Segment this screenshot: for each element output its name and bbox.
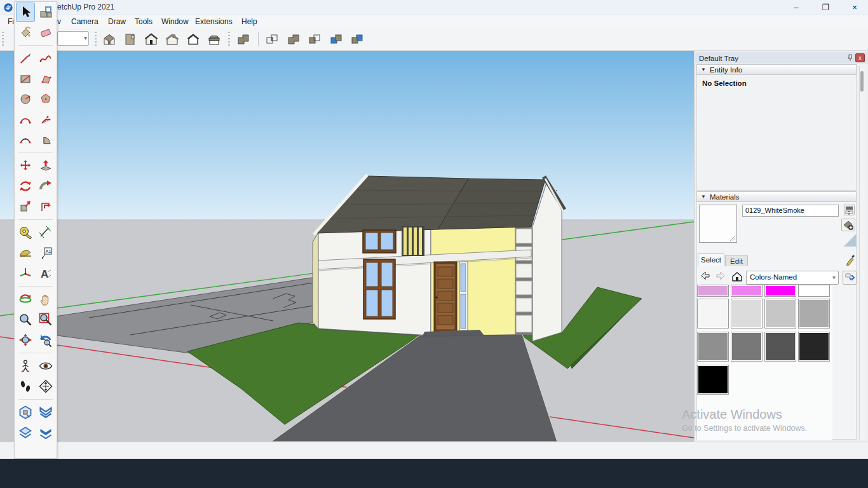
pin-icon[interactable] bbox=[846, 54, 854, 62]
material-swatch[interactable] bbox=[798, 332, 830, 362]
tool-move[interactable] bbox=[16, 156, 35, 175]
right-view-button[interactable] bbox=[163, 30, 182, 48]
toolbar-grip[interactable] bbox=[228, 32, 230, 47]
collapse-triangle-icon[interactable]: ▼ bbox=[701, 194, 706, 200]
tool-push-pull[interactable] bbox=[36, 156, 55, 175]
tray-scrollbar-thumb[interactable] bbox=[860, 71, 864, 92]
tool-two-point-arc[interactable] bbox=[36, 110, 55, 129]
sample-paint-dropper-icon[interactable] bbox=[845, 253, 855, 266]
tool-line[interactable] bbox=[16, 49, 35, 68]
tool-protractor[interactable] bbox=[16, 243, 35, 262]
material-swatch[interactable] bbox=[764, 332, 796, 362]
tool-zoom-window[interactable] bbox=[36, 310, 55, 329]
tool-scale[interactable] bbox=[16, 197, 35, 216]
backface-color-swatch[interactable] bbox=[843, 234, 857, 247]
style-combo[interactable]: ▾ bbox=[57, 31, 89, 46]
materials-collection-dropdown[interactable]: Colors-Named ▾ bbox=[746, 271, 839, 285]
material-swatch[interactable] bbox=[764, 299, 796, 329]
menu-draw[interactable]: Draw bbox=[105, 17, 128, 27]
tool-display-section-planes[interactable] bbox=[16, 423, 35, 442]
viewport-3d[interactable] bbox=[0, 51, 694, 442]
tool-3d-text[interactable]: A bbox=[36, 264, 55, 283]
trim-button[interactable] bbox=[327, 30, 346, 48]
toolbar-grip[interactable] bbox=[95, 32, 97, 47]
menu-camera[interactable]: Camera bbox=[69, 17, 101, 27]
tray-scrollbar[interactable] bbox=[859, 66, 865, 440]
material-swatch[interactable] bbox=[697, 285, 729, 297]
tool-pan[interactable] bbox=[36, 290, 55, 309]
tool-section-plane[interactable] bbox=[16, 403, 35, 422]
tool-previous[interactable] bbox=[36, 330, 55, 349]
material-swatch[interactable] bbox=[697, 299, 729, 329]
close-button[interactable]: × bbox=[845, 2, 864, 13]
tool-pie[interactable] bbox=[36, 130, 55, 149]
materials-tab-edit[interactable]: Edit bbox=[725, 255, 748, 266]
front-view-button[interactable] bbox=[142, 30, 161, 48]
tool-circle[interactable] bbox=[16, 90, 35, 109]
maximize-button[interactable]: ❐ bbox=[816, 2, 835, 13]
tool-text[interactable]: A1 bbox=[36, 243, 55, 262]
menu-window[interactable]: Window bbox=[159, 17, 191, 27]
tool-rotated-rectangle[interactable] bbox=[36, 69, 55, 88]
tool-offset[interactable] bbox=[36, 197, 55, 216]
tool-arc[interactable] bbox=[16, 110, 35, 129]
material-swatch[interactable] bbox=[697, 332, 729, 362]
tool-zoom[interactable] bbox=[16, 310, 35, 329]
material-preview[interactable] bbox=[699, 205, 737, 243]
toolbar-grip[interactable] bbox=[2, 32, 4, 47]
materials-forward-button[interactable] bbox=[714, 271, 727, 283]
tool-three-point-arc[interactable] bbox=[16, 130, 35, 149]
material-swatch[interactable] bbox=[731, 299, 763, 329]
tool-select[interactable] bbox=[16, 3, 35, 22]
tool-position-camera[interactable] bbox=[16, 356, 35, 376]
split-button[interactable] bbox=[348, 30, 367, 48]
tool-dimension[interactable] bbox=[36, 223, 55, 242]
tool-axes[interactable] bbox=[16, 264, 35, 283]
tool-look-around[interactable] bbox=[36, 356, 55, 376]
material-swatch[interactable] bbox=[731, 332, 763, 362]
tool-polygon[interactable] bbox=[36, 90, 55, 109]
union-button[interactable] bbox=[284, 30, 303, 48]
tray-close-button[interactable]: x bbox=[855, 53, 865, 62]
material-name-field[interactable]: 0129_WhiteSmoke bbox=[742, 205, 839, 217]
tool-paint-bucket[interactable] bbox=[16, 23, 35, 42]
menu-help[interactable]: Help bbox=[239, 17, 260, 27]
tool-rotate[interactable] bbox=[16, 177, 35, 196]
menu-tools[interactable]: Tools bbox=[132, 17, 155, 27]
material-swatch[interactable] bbox=[697, 365, 729, 395]
tool-zoom-extents[interactable] bbox=[16, 330, 35, 349]
material-swatch[interactable] bbox=[798, 285, 830, 297]
intersect-button[interactable] bbox=[262, 30, 281, 48]
tool-freehand[interactable] bbox=[36, 49, 55, 68]
material-swatch[interactable] bbox=[798, 299, 830, 329]
entity-info-header[interactable]: ▼ Entity Info × bbox=[696, 64, 857, 75]
material-swatch[interactable] bbox=[764, 285, 796, 297]
tool-make-component[interactable] bbox=[36, 3, 55, 22]
tool-orbit[interactable] bbox=[16, 290, 35, 309]
materials-header[interactable]: ▼ Materials × bbox=[696, 191, 857, 202]
collapse-triangle-icon[interactable]: ▼ bbox=[701, 67, 706, 72]
outer-shell-button[interactable] bbox=[234, 30, 253, 48]
materials-home-button[interactable] bbox=[731, 271, 743, 283]
tool-eraser[interactable] bbox=[36, 23, 55, 42]
materials-back-button[interactable] bbox=[699, 271, 712, 283]
top-view-button[interactable] bbox=[121, 30, 140, 48]
tool-rectangle[interactable] bbox=[16, 69, 35, 88]
iso-view-button[interactable] bbox=[100, 30, 119, 48]
left-view-button[interactable] bbox=[205, 30, 224, 48]
tool-follow-me[interactable] bbox=[36, 177, 55, 196]
tool-display-section-cuts[interactable] bbox=[36, 403, 55, 422]
material-swatch[interactable] bbox=[731, 285, 763, 297]
subtract-button[interactable] bbox=[305, 30, 324, 48]
menu-extensions[interactable]: Extensions bbox=[193, 17, 235, 27]
back-view-button[interactable] bbox=[184, 30, 203, 48]
tool-walk[interactable] bbox=[16, 377, 35, 396]
create-material-button[interactable] bbox=[841, 219, 855, 231]
minimize-button[interactable]: – bbox=[787, 2, 806, 13]
materials-details-button[interactable] bbox=[843, 271, 857, 285]
display-secondary-pane-button[interactable] bbox=[844, 205, 855, 215]
tool-display-section-fill[interactable] bbox=[36, 423, 55, 442]
materials-tab-select[interactable]: Select bbox=[698, 254, 724, 266]
tool-tape-measure[interactable] bbox=[16, 223, 35, 242]
tool-navigation-compass[interactable] bbox=[36, 377, 55, 396]
